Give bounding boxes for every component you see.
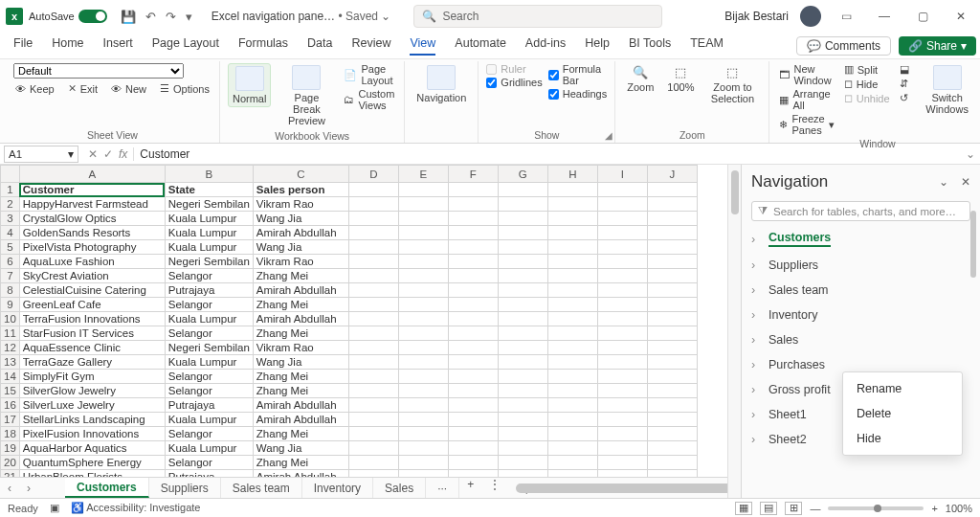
nav-item-sales-team[interactable]: ›Sales team <box>751 283 970 297</box>
sheet-tab-suppliers[interactable]: Suppliers <box>149 478 221 498</box>
cell-B10[interactable]: Kuala Lumpur <box>165 312 253 326</box>
cell-B8[interactable]: Putrajaya <box>165 283 253 298</box>
freeze-panes-button[interactable]: ❄ Freeze Panes ▾ <box>777 113 835 136</box>
cell-C12[interactable]: Vikram Rao <box>253 341 348 355</box>
cell-C8[interactable]: Amirah Abdullah <box>253 283 348 298</box>
row-header-10[interactable]: 10 <box>1 312 20 326</box>
nav-scrollbar[interactable] <box>970 207 978 498</box>
share-button[interactable]: 🔗 Share ▾ <box>899 36 976 56</box>
vertical-scrollbar[interactable] <box>727 165 741 498</box>
cell-C2[interactable]: Vikram Rao <box>253 197 348 212</box>
cell-C5[interactable]: Wang Jia <box>253 240 348 255</box>
tab-bi-tools[interactable]: BI Tools <box>619 36 680 50</box>
col-header-J[interactable]: J <box>647 166 697 183</box>
col-header-A[interactable]: A <box>19 166 165 183</box>
cell-A15[interactable]: SilverGlow Jewelry <box>19 384 165 398</box>
ribbon-display-options-icon[interactable]: ▭ <box>833 10 859 23</box>
cell-A14[interactable]: SimplyFit Gym <box>19 370 165 384</box>
tab-add-ins[interactable]: Add-ins <box>516 36 575 50</box>
cell-C17[interactable]: Amirah Abdullah <box>253 413 348 427</box>
add-sheet-button[interactable]: + <box>459 478 481 498</box>
pane-options-icon[interactable]: ⌄ <box>939 175 948 189</box>
custom-views-button[interactable]: 🗂 Custom Views <box>342 88 396 111</box>
row-header-13[interactable]: 13 <box>1 355 20 370</box>
cell-A1[interactable]: Customer <box>19 183 165 197</box>
sheet-tab-customers[interactable]: Customers <box>65 478 149 498</box>
col-header-I[interactable]: I <box>597 166 647 183</box>
row-header-21[interactable]: 21 <box>1 470 20 478</box>
nav-item-customers[interactable]: ›Customers <box>751 231 970 247</box>
minimize-icon[interactable]: ― <box>871 10 898 23</box>
page-layout-view-icon[interactable]: ▤ <box>760 502 777 515</box>
save-icon[interactable]: 💾 <box>121 10 136 24</box>
nav-item-purchases[interactable]: ›Purchases <box>751 358 970 371</box>
row-header-5[interactable]: 5 <box>1 240 20 255</box>
tab-view[interactable]: View <box>400 36 445 56</box>
row-header-19[interactable]: 19 <box>1 441 20 456</box>
cell-A6[interactable]: AquaLuxe Fashion <box>19 255 165 269</box>
col-header-H[interactable]: H <box>547 166 597 183</box>
col-header-C[interactable]: C <box>253 166 348 183</box>
undo-icon[interactable]: ↶ <box>145 10 156 24</box>
cell-C19[interactable]: Wang Jia <box>253 441 348 456</box>
sync-scroll-icon[interactable]: ⇵ <box>898 78 911 90</box>
chevron-down-icon[interactable]: ⌄ <box>381 10 390 23</box>
cell-B4[interactable]: Kuala Lumpur <box>165 226 253 240</box>
cell-A12[interactable]: AquaEssence Clinic <box>19 341 165 355</box>
cell-A18[interactable]: PixelFusion Innovations <box>19 427 165 441</box>
zoom-100-button[interactable]: ⬚100% <box>663 63 698 95</box>
cell-A11[interactable]: StarFusion IT Services <box>19 326 165 341</box>
row-header-18[interactable]: 18 <box>1 427 20 441</box>
nav-item-suppliers[interactable]: ›Suppliers <box>751 258 970 272</box>
cell-C3[interactable]: Wang Jia <box>253 212 348 226</box>
ctx-hide[interactable]: Hide <box>843 426 962 451</box>
cell-A5[interactable]: PixelVista Photography <box>19 240 165 255</box>
normal-view-button[interactable]: Normal <box>228 63 271 107</box>
sheetview-combo[interactable]: Default <box>13 63 184 79</box>
row-header-16[interactable]: 16 <box>1 398 20 413</box>
autosave-toggle[interactable]: AutoSave <box>29 10 107 23</box>
cell-B9[interactable]: Selangor <box>165 298 253 312</box>
cell-C21[interactable]: Amirah Abdullah <box>253 470 348 478</box>
zoom-out-icon[interactable]: ― <box>810 503 820 514</box>
row-header-2[interactable]: 2 <box>1 197 20 212</box>
cell-B15[interactable]: Selangor <box>165 384 253 398</box>
tab-home[interactable]: Home <box>42 36 93 50</box>
normal-view-icon[interactable]: ▦ <box>735 502 752 515</box>
macro-record-icon[interactable]: ▣ <box>50 502 59 514</box>
formula-bar-checkbox[interactable]: Formula Bar <box>548 63 607 86</box>
cell-C4[interactable]: Amirah Abdullah <box>253 226 348 240</box>
row-header-4[interactable]: 4 <box>1 226 20 240</box>
cell-C7[interactable]: Zhang Mei <box>253 269 348 283</box>
zoom-in-icon[interactable]: + <box>931 503 937 514</box>
tab-data[interactable]: Data <box>298 36 342 50</box>
zoom-level[interactable]: 100% <box>946 503 972 514</box>
cell-B20[interactable]: Selangor <box>165 456 253 470</box>
cell-B11[interactable]: Selangor <box>165 326 253 341</box>
cell-B2[interactable]: Negeri Sembilan <box>165 197 253 212</box>
cell-A4[interactable]: GoldenSands Resorts <box>19 226 165 240</box>
cell-C20[interactable]: Zhang Mei <box>253 456 348 470</box>
sheet-tabs-options-icon[interactable]: ⋮ <box>481 478 508 498</box>
row-header-6[interactable]: 6 <box>1 255 20 269</box>
new-window-button[interactable]: 🗔 New Window <box>777 63 835 86</box>
tab-review[interactable]: Review <box>342 36 400 50</box>
cell-B7[interactable]: Selangor <box>165 269 253 283</box>
new-view-button[interactable]: 👁 New <box>109 82 148 95</box>
cell-B5[interactable]: Kuala Lumpur <box>165 240 253 255</box>
vscroll-thumb[interactable] <box>731 170 739 214</box>
row-header-3[interactable]: 3 <box>1 212 20 226</box>
view-side-by-side-icon[interactable]: ⬓ <box>898 63 911 76</box>
nav-item-sales[interactable]: ›Sales <box>751 333 970 347</box>
cell-B16[interactable]: Putrajaya <box>165 398 253 413</box>
reset-window-icon[interactable]: ↺ <box>898 92 911 104</box>
cell-B19[interactable]: Kuala Lumpur <box>165 441 253 456</box>
cell-B18[interactable]: Selangor <box>165 427 253 441</box>
close-pane-icon[interactable]: ✕ <box>961 175 970 189</box>
cell-A17[interactable]: StellarLinks Landscaping <box>19 413 165 427</box>
tab-file[interactable]: File <box>4 36 42 50</box>
zoom-to-selection-button[interactable]: ⬚Zoom to Selection <box>703 63 761 106</box>
pagebreak-preview-button[interactable]: Page Break Preview <box>277 63 336 128</box>
toggle-on-icon[interactable] <box>78 10 107 23</box>
tab-formulas[interactable]: Formulas <box>229 36 298 50</box>
